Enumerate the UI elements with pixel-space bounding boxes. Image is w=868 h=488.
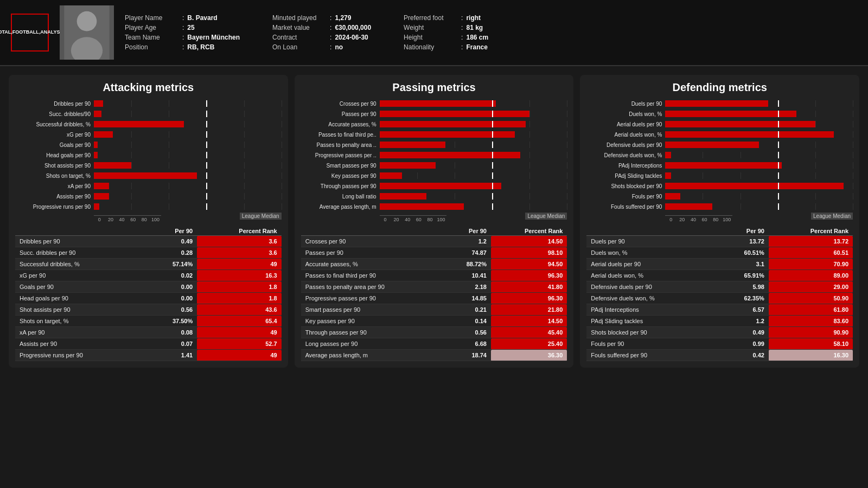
info-row-weight: Weight : 81 kg <box>404 24 488 31</box>
median-line <box>492 111 493 117</box>
chart-row: Duels won, % <box>586 110 853 118</box>
table-row: Through passes per 900.5645.40 <box>301 327 567 338</box>
median-line <box>778 162 779 169</box>
bar <box>94 193 109 200</box>
median-label: League Median <box>525 213 567 220</box>
median-line <box>778 100 779 107</box>
info-row-name: Player Name : B. Pavard <box>125 14 240 22</box>
chart-row: Long ball ratio <box>301 192 567 201</box>
defending-table: Per 90 Percent Rank Duels per 9013.7213.… <box>586 227 853 361</box>
info-row-market: Market value : €30,000,000 <box>272 24 371 31</box>
chart-row: Dribbles per 90 <box>15 99 282 108</box>
chart-row: Fouls per 90 <box>586 192 853 201</box>
info-row-contract: Contract : 2024-06-30 <box>272 34 371 41</box>
info-row-team: Team Name : Bayern München <box>125 34 240 41</box>
bar <box>380 172 402 179</box>
defending-chart: Duels per 90Duels won, %Aerial duels per… <box>586 99 853 211</box>
median-line <box>492 162 493 169</box>
median-line <box>492 100 493 107</box>
chart-row: Passes to final third pe.. <box>301 130 567 139</box>
chart-row: PAdj Interceptions <box>586 161 853 170</box>
median-line <box>206 152 207 158</box>
table-row: Successful dribbles, %57.14%49 <box>15 259 282 270</box>
table-row: Goals per 900.001.8 <box>15 281 282 293</box>
median-line <box>492 193 493 200</box>
table-row: Fouls suffered per 900.4216.30 <box>586 350 853 361</box>
median-line <box>778 111 779 117</box>
chart-row: Shots blocked per 90 <box>586 182 853 190</box>
median-line <box>492 142 493 148</box>
bar <box>94 203 99 210</box>
chart-row: Progressive runs per 90 <box>15 202 282 211</box>
bar <box>665 142 759 148</box>
median-line <box>492 131 493 138</box>
bar <box>380 100 496 107</box>
svg-point-1 <box>77 11 97 31</box>
chart-row: Succ. dribbles/90 <box>15 110 282 118</box>
median-line <box>206 111 207 117</box>
median-line <box>206 162 207 169</box>
attacking-chart-wrapper: Dribbles per 90Succ. dribbles/90Successf… <box>15 99 282 222</box>
bar <box>665 172 671 179</box>
table-row: Shot assists per 900.5643.6 <box>15 304 282 316</box>
table-row: Key passes per 900.1414.50 <box>301 316 567 327</box>
bar <box>380 183 502 189</box>
info-row-nationality: Nationality : France <box>404 43 488 51</box>
table-row: Shots on target, %37.50%65.4 <box>15 316 282 327</box>
chart-row: Goals per 90 <box>15 140 282 149</box>
table-row: Fouls per 900.9958.10 <box>586 338 853 350</box>
table-row: Smart passes per 900.2121.80 <box>301 304 567 316</box>
bar <box>665 193 680 200</box>
bar <box>665 183 843 189</box>
table-row: Defensive duels per 905.9829.00 <box>586 281 853 293</box>
bar <box>94 121 184 127</box>
median-line <box>206 142 207 148</box>
passing-chart-wrapper: Crosses per 90Passes per 90Accurate pass… <box>301 99 567 222</box>
bar <box>94 183 109 189</box>
info-row-foot: Preferred foot : right <box>404 14 488 22</box>
median-line <box>778 142 779 148</box>
table-row: Average pass length, m18.7436.30 <box>301 350 567 361</box>
median-line <box>778 172 779 179</box>
median-line <box>778 193 779 200</box>
info-row-loan: On Loan : no <box>272 43 371 51</box>
chart-row: Successful dribbles, % <box>15 120 282 129</box>
chart-row: xG per 90 <box>15 130 282 139</box>
table-row: xG per 900.0216.3 <box>15 270 282 281</box>
median-line <box>206 121 207 127</box>
chart-row: Passes per 90 <box>301 110 567 118</box>
bar <box>665 100 768 107</box>
median-line <box>778 183 779 189</box>
median-line <box>778 152 779 158</box>
table-row: Passes per 9074.8798.10 <box>301 247 567 259</box>
defending-axis: 0 20 40 60 80 100 <box>665 215 732 222</box>
table-row: Duels per 9013.7213.72 <box>586 236 853 247</box>
bar <box>665 152 671 158</box>
table-row: PAdj Interceptions6.5761.80 <box>586 304 853 316</box>
chart-row: Passes to penalty area .. <box>301 140 567 149</box>
median-line <box>778 121 779 127</box>
bar <box>380 121 526 127</box>
player-info: Player Name : B. Pavard Player Age : 25 … <box>125 14 857 51</box>
attacking-axis: 0 20 40 60 80 100 <box>94 215 161 222</box>
median-label: League Median <box>240 213 282 220</box>
median-line <box>206 203 207 210</box>
chart-row: Defensive duels per 90 <box>586 140 853 149</box>
chart-row: Key passes per 90 <box>301 171 567 180</box>
table-row: Aerial duels per 903.170.90 <box>586 259 853 270</box>
passing-axis: 0 20 40 60 80 100 <box>380 215 447 222</box>
passing-chart: Crosses per 90Passes per 90Accurate pass… <box>301 99 567 211</box>
info-col-2: Minuted played : 1,279 Market value : €3… <box>272 14 371 51</box>
info-row-position: Position : RB, RCB <box>125 43 240 51</box>
bar <box>94 162 131 169</box>
table-row: Defensive duels won, %62.35%50.90 <box>586 293 853 304</box>
table-row: Assists per 900.0752.7 <box>15 338 282 350</box>
chart-row: Shots on target, % <box>15 171 282 180</box>
chart-row: Accurate passes, % <box>301 120 567 129</box>
table-row: Succ. dribbles per 900.283.6 <box>15 247 282 259</box>
chart-row: Aerial duels per 90 <box>586 120 853 129</box>
bar <box>665 111 796 117</box>
bar <box>665 131 834 138</box>
median-line <box>492 203 493 210</box>
median-label: League Median <box>811 213 853 220</box>
